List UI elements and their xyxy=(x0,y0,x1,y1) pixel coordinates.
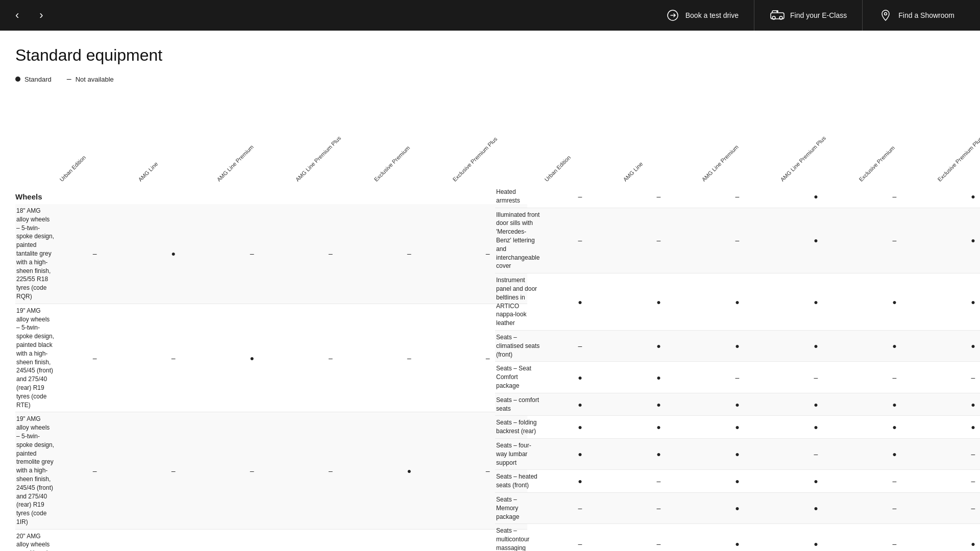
row-value-2: ● xyxy=(698,470,776,493)
row-name: Seats – Memory package xyxy=(495,492,541,523)
table-row: 19" AMG alloy wheels – 5-twin-spoke desi… xyxy=(15,304,527,412)
row-name: Seats – comfort seats xyxy=(495,393,541,416)
columns: Urban Edition AMG Line AMG Line Premium … xyxy=(15,93,965,551)
row-value-1: – xyxy=(619,492,698,523)
row-name: 18" AMG alloy wheels – 5-twin-spoke desi… xyxy=(15,204,56,304)
row-value-5: – xyxy=(934,492,980,523)
row-value-0: ● xyxy=(541,470,619,493)
row-name: 20" AMG alloy wheels – multi-spoke desig… xyxy=(15,529,56,551)
row-value-3: ● xyxy=(776,273,855,331)
find-eclass-label: Find your E-Class xyxy=(790,11,847,19)
table-row: Seats – climatised seats (front)–●●●●● xyxy=(495,330,980,361)
row-value-3: – xyxy=(291,304,370,412)
row-value-0: ● xyxy=(541,438,619,469)
row-value-4: – xyxy=(855,524,934,551)
svg-rect-1 xyxy=(771,13,784,19)
table-row: 20" AMG alloy wheels – multi-spoke desig… xyxy=(15,529,527,551)
row-value-0: – xyxy=(56,412,134,529)
row-value-2: ● xyxy=(698,393,776,416)
row-name: Seats – climatised seats (front) xyxy=(495,330,541,361)
row-value-4: – xyxy=(370,304,449,412)
row-value-4: – xyxy=(855,185,934,208)
find-showroom-button[interactable]: Find a Showroom xyxy=(862,0,970,31)
row-value-5: – xyxy=(934,362,980,393)
row-name: Heated armrests xyxy=(495,185,541,208)
row-value-4: – xyxy=(855,470,934,493)
left-column: Urban Edition AMG Line AMG Line Premium … xyxy=(15,93,485,551)
row-value-1: – xyxy=(134,529,213,551)
row-value-5: – xyxy=(934,438,980,469)
col-header-3: AMG Line Premium Plus xyxy=(291,93,370,185)
row-value-3: ● xyxy=(776,492,855,523)
left-table: Urban Edition AMG Line AMG Line Premium … xyxy=(15,93,527,551)
row-value-2: – xyxy=(698,362,776,393)
row-value-3: ● xyxy=(776,470,855,493)
left-col-headers: Urban Edition AMG Line AMG Line Premium … xyxy=(15,93,527,185)
row-value-0: – xyxy=(56,304,134,412)
find-showroom-label: Find a Showroom xyxy=(898,11,954,19)
col-header-4: Exclusive Premium xyxy=(370,93,449,185)
row-value-5: ● xyxy=(934,273,980,331)
row-value-2: – xyxy=(698,185,776,208)
row-value-4: ● xyxy=(855,273,934,331)
standard-legend: Standard xyxy=(15,76,52,83)
row-value-0: – xyxy=(541,185,619,208)
row-value-0: – xyxy=(541,524,619,551)
find-showroom-icon xyxy=(878,8,893,23)
test-drive-button[interactable]: Book a test drive xyxy=(650,0,754,31)
row-value-2: ● xyxy=(698,524,776,551)
table-row: Seats – four-way lumbar support●●●–●– xyxy=(495,438,980,469)
table-row: 18" AMG alloy wheels – 5-twin-spoke desi… xyxy=(15,204,527,304)
row-value-4: ● xyxy=(370,412,449,529)
table-row: Seats – heated seats (front)●–●●–– xyxy=(495,470,980,493)
row-value-3: ● xyxy=(776,185,855,208)
row-value-2: ● xyxy=(698,438,776,469)
find-eclass-icon xyxy=(770,8,785,23)
row-value-2: ● xyxy=(698,330,776,361)
row-value-2: – xyxy=(213,529,291,551)
section-header-0: Wheels xyxy=(15,185,527,204)
row-value-4: – xyxy=(370,529,449,551)
row-value-5: ● xyxy=(934,185,980,208)
right-col-header-4: Exclusive Premium xyxy=(855,93,934,185)
row-value-2: ● xyxy=(698,492,776,523)
row-value-4: – xyxy=(370,204,449,304)
page-title: Standard equipment xyxy=(15,46,965,65)
row-value-0: ● xyxy=(541,416,619,439)
nav-right: Book a test drive Find your E-Class xyxy=(650,0,970,31)
table-row: 19" AMG alloy wheels – 5-twin-spoke desi… xyxy=(15,412,527,529)
row-value-0: – xyxy=(541,208,619,273)
right-col-header-0: Urban Edition xyxy=(541,93,619,185)
svg-point-4 xyxy=(776,10,778,12)
find-eclass-button[interactable]: Find your E-Class xyxy=(754,0,862,31)
row-name: Seats – folding backrest (rear) xyxy=(495,416,541,439)
row-value-1: – xyxy=(619,185,698,208)
row-value-1: – xyxy=(619,470,698,493)
row-value-3: – xyxy=(291,204,370,304)
row-value-0: – xyxy=(541,492,619,523)
row-value-1: ● xyxy=(619,273,698,331)
row-value-3: ● xyxy=(776,330,855,361)
row-name: Illuminated front door sills with 'Merce… xyxy=(495,208,541,273)
right-col-headers: Urban Edition AMG Line AMG Line Premium … xyxy=(495,93,980,185)
table-row: Seats – folding backrest (rear)●●●●●● xyxy=(495,416,980,439)
col-header-0: Urban Edition xyxy=(56,93,134,185)
row-value-3: – xyxy=(291,529,370,551)
row-value-0: ● xyxy=(541,393,619,416)
row-value-1: – xyxy=(619,208,698,273)
right-col-header-2: AMG Line Premium xyxy=(698,93,776,185)
table-row: Seats – multicontour massaging seats (fr… xyxy=(495,524,980,551)
standard-label: Standard xyxy=(24,76,52,83)
row-value-1: ● xyxy=(134,204,213,304)
row-value-4: ● xyxy=(855,393,934,416)
test-drive-label: Book a test drive xyxy=(685,11,739,19)
row-name: Seats – four-way lumbar support xyxy=(495,438,541,469)
prev-button[interactable]: ‹ xyxy=(10,6,24,24)
row-value-1: ● xyxy=(619,330,698,361)
row-value-0: – xyxy=(56,204,134,304)
table-row: Heated armrests–––●–● xyxy=(495,185,980,208)
row-value-1: ● xyxy=(619,438,698,469)
row-value-3: ● xyxy=(776,208,855,273)
next-button[interactable]: › xyxy=(34,6,48,24)
row-value-5: – xyxy=(934,470,980,493)
